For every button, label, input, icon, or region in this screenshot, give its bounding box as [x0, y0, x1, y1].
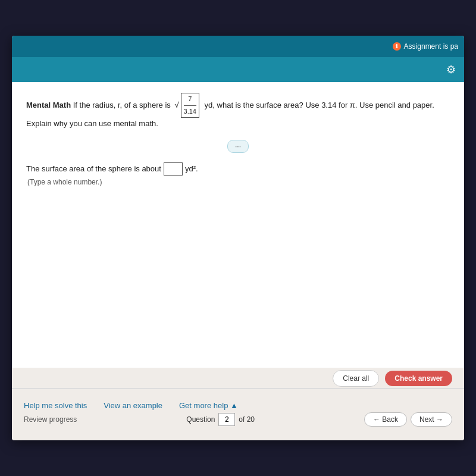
review-progress-link[interactable]: Review progress	[24, 415, 77, 424]
question-text: Mental Math If the radius, r, of a spher…	[26, 93, 450, 130]
question-nav: Question of 20	[186, 413, 255, 426]
help-row: Help me solve this View an example Get m…	[12, 393, 464, 412]
gear-icon[interactable]: ⚙	[446, 63, 456, 76]
content-area: Mental Math If the radius, r, of a spher…	[12, 82, 464, 368]
footer-divider	[12, 389, 464, 389]
get-more-help-link[interactable]: Get more help ▲	[179, 401, 238, 410]
second-bar: ⚙	[12, 57, 464, 82]
fraction-wrapper: √ 7 3.14	[174, 93, 201, 118]
back-button[interactable]: ← Back	[364, 412, 407, 427]
help-me-solve-link[interactable]: Help me solve this	[24, 401, 87, 410]
main-screen: ℹ Assignment is pa ⚙ Mental Math If the …	[12, 36, 464, 440]
fraction-denominator: 3.14	[184, 106, 196, 117]
info-icon: ℹ	[393, 42, 401, 51]
question-label: Question	[186, 415, 215, 424]
question-prefix: Mental Math	[26, 101, 71, 109]
assignment-notice: ℹ Assignment is pa	[393, 42, 458, 51]
type-hint: (Type a whole number.)	[27, 178, 450, 186]
fraction: 7 3.14	[181, 93, 199, 118]
view-example-link[interactable]: View an example	[104, 401, 162, 410]
expand-button[interactable]: ···	[227, 140, 249, 153]
nav-buttons: ← Back Next →	[364, 412, 452, 427]
question-body: If the radius, r, of a sphere is	[73, 101, 171, 109]
assignment-text: Assignment is pa	[404, 42, 458, 51]
next-button[interactable]: Next →	[411, 412, 452, 427]
action-bar: Clear all Check answer	[333, 370, 452, 387]
answer-prefix: The surface area of the sphere is about	[26, 164, 161, 173]
of-total: of 20	[239, 415, 255, 424]
top-bar: ℹ Assignment is pa	[12, 36, 464, 57]
sqrt-symbol: √	[174, 99, 178, 112]
answer-input[interactable]	[164, 162, 183, 176]
footer-bar: Help me solve this View an example Get m…	[12, 388, 464, 440]
nav-row: Review progress Question of 20 ← Back Ne…	[12, 412, 464, 433]
answer-row: The surface area of the sphere is about …	[26, 162, 450, 176]
question-number-input[interactable]	[218, 413, 235, 426]
fraction-numerator: 7	[184, 94, 196, 106]
answer-unit: yd².	[185, 164, 198, 173]
clear-all-button[interactable]: Clear all	[333, 370, 379, 387]
check-answer-button[interactable]: Check answer	[385, 371, 452, 386]
expand-section[interactable]: ···	[26, 140, 450, 153]
